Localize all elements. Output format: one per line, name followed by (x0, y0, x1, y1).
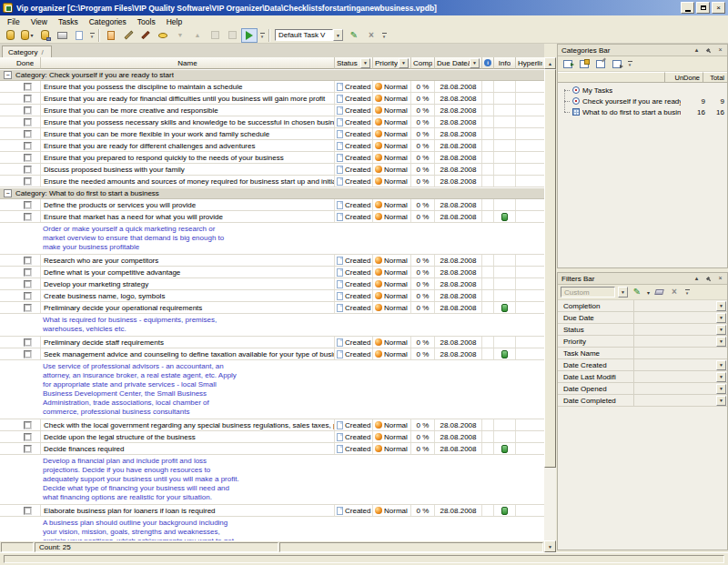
column-undone[interactable]: UnDone (665, 72, 703, 83)
done-checkbox[interactable] (24, 257, 32, 265)
filter-row[interactable]: Task Name ▼ (558, 348, 727, 359)
task-row[interactable]: Ensure that you can be more creative and… (0, 105, 544, 116)
done-checkbox[interactable] (24, 83, 32, 91)
header-complete[interactable]: Comple (411, 57, 435, 69)
minimize-button[interactable] (681, 2, 694, 14)
filter-row[interactable]: Status ▼ (558, 324, 727, 336)
task-row[interactable]: Elaborate business plan for loaners if l… (0, 505, 544, 517)
task-row[interactable]: Ensure that you are ready for financial … (0, 93, 544, 105)
task-row[interactable]: Decide upon the legal structure of the b… (0, 431, 544, 443)
status-filter-button[interactable]: ▼ (360, 58, 370, 68)
filter-dropdown-button[interactable]: ▼ (716, 301, 726, 311)
print-button[interactable] (54, 28, 70, 43)
menu-tasks[interactable]: Tasks (53, 16, 84, 27)
task-row[interactable]: Ensure that you possess necessary skills… (0, 116, 544, 128)
done-checkbox[interactable] (24, 142, 32, 150)
category-tree-item[interactable]: Check yourself if you are ready to s 9 9 (558, 96, 727, 106)
menu-help[interactable]: Help (161, 16, 187, 27)
task-row[interactable]: Preliminary decide staff requirements Cr… (0, 337, 544, 348)
category-tree-item[interactable]: My Tasks (558, 85, 727, 96)
filter-row[interactable]: Date Opened ▼ (558, 383, 727, 395)
edit-task-button[interactable] (120, 28, 136, 43)
filter-row[interactable]: Date Last Modifi ▼ (558, 371, 727, 383)
task-row[interactable]: Ensure that you prepared to respond quic… (0, 152, 544, 164)
filter-preset-combo[interactable]: Custom (561, 287, 615, 298)
task-row[interactable]: Decide finances required Created Normal … (0, 443, 544, 455)
done-checkbox[interactable] (24, 304, 32, 312)
task-view-value[interactable]: Default Task V (275, 29, 333, 41)
menu-view[interactable]: View (25, 16, 53, 27)
task-row[interactable]: Define the products or services you will… (0, 199, 544, 211)
vertical-scrollbar[interactable]: ▲ ▼ (544, 57, 556, 552)
priority-filter-button[interactable]: ▼ (399, 58, 409, 68)
filter-value[interactable] (634, 371, 716, 382)
menu-file[interactable]: File (2, 16, 25, 27)
done-checkbox[interactable] (24, 213, 32, 221)
move-to-category-button[interactable] (561, 58, 574, 70)
header-name[interactable]: Name (41, 57, 335, 69)
filter-dropdown-button[interactable]: ▼ (716, 337, 726, 347)
show-active-tasks-button[interactable] (241, 28, 258, 43)
task-row[interactable]: Ensure that you possess the discipline t… (0, 81, 544, 93)
task-row[interactable]: Define what is your competitive advantag… (0, 267, 544, 278)
filter-value[interactable] (634, 300, 716, 311)
close-panel-button[interactable]: × (715, 274, 725, 283)
group-tab-category[interactable]: Category / (2, 45, 52, 57)
duplicate-task-button[interactable] (224, 28, 240, 43)
done-checkbox[interactable] (24, 106, 32, 115)
filter-value[interactable] (634, 383, 716, 394)
due-date-filter-button[interactable]: ▼ (470, 58, 480, 68)
collapse-panel-button[interactable]: ▴ (692, 274, 702, 283)
done-checkbox[interactable] (24, 350, 32, 358)
toolbar-overflow-button-2[interactable]: ▾ (258, 28, 266, 42)
close-button[interactable]: × (712, 2, 725, 14)
filter-value[interactable] (634, 395, 716, 406)
done-checkbox[interactable] (24, 201, 32, 209)
task-view-combo[interactable]: Default Task V ▼ (275, 29, 343, 41)
delete-category-button[interactable] (610, 58, 623, 70)
toolbar-overflow-button-3[interactable]: ▾ (380, 28, 388, 42)
filter-value[interactable] (634, 324, 716, 335)
done-checkbox[interactable] (24, 445, 32, 453)
header-done[interactable]: Done (0, 57, 41, 69)
menu-categories[interactable]: Categories (84, 16, 132, 27)
done-checkbox[interactable] (24, 268, 32, 277)
categories-toolbar-overflow[interactable]: ▾ (626, 57, 633, 71)
collapse-group-icon[interactable]: − (4, 189, 12, 197)
filter-dropdown-button[interactable]: ▼ (716, 396, 726, 406)
done-checkbox[interactable] (24, 177, 32, 186)
delete-task-button[interactable] (137, 28, 154, 43)
apply-view-button[interactable]: ✎ (346, 28, 362, 43)
filter-value[interactable] (634, 336, 716, 347)
menu-tools[interactable]: Tools (132, 16, 161, 27)
category-group-row[interactable]: − Category: What to do first to start a … (0, 187, 544, 199)
pin-panel-button[interactable] (703, 45, 713, 55)
edit-filter-button[interactable]: ✎ (631, 285, 643, 299)
filter-row[interactable]: Completion ▼ (558, 300, 727, 312)
delete-filter-button[interactable]: × (668, 285, 681, 299)
done-checkbox[interactable] (24, 421, 32, 429)
pin-panel-button[interactable] (703, 274, 713, 283)
header-priority[interactable]: Priority▼ (373, 57, 411, 69)
done-checkbox[interactable] (24, 292, 32, 300)
scroll-up-button[interactable]: ▲ (544, 57, 556, 69)
filter-value[interactable] (634, 348, 727, 358)
move-down-button[interactable]: ▼ (172, 28, 188, 43)
done-checkbox[interactable] (24, 118, 32, 126)
done-checkbox[interactable] (24, 166, 32, 174)
category-tree-item[interactable]: What to do first to start a business 16 … (558, 106, 727, 117)
task-row[interactable]: Develop your marketing strategy Created … (0, 278, 544, 290)
done-checkbox[interactable] (24, 507, 32, 515)
task-row[interactable]: Research who are your competitors Create… (0, 255, 544, 267)
save-database-button[interactable] (36, 28, 53, 43)
task-row[interactable]: Ensure that you can be more flexible in … (0, 128, 544, 140)
header-info-icon-column[interactable] (482, 57, 494, 69)
header-due-date[interactable]: Due Date&T▼ (435, 57, 482, 69)
scroll-down-button[interactable]: ▼ (544, 540, 556, 552)
header-info[interactable]: Info (494, 57, 516, 69)
new-database-button[interactable] (2, 28, 18, 43)
add-task-button[interactable] (103, 28, 119, 43)
task-row[interactable]: Seek management advice and counseling to… (0, 348, 544, 360)
header-status[interactable]: Status▼ (335, 57, 373, 69)
restore-button[interactable] (696, 2, 710, 14)
